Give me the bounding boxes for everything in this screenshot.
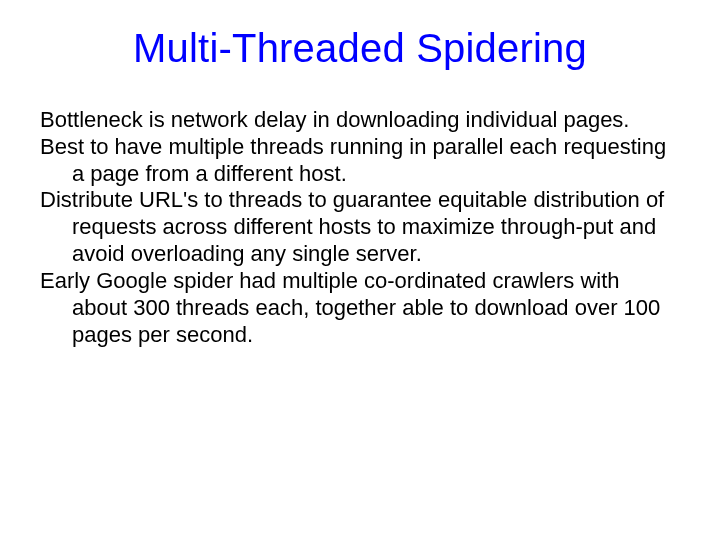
slide-body: Bottleneck is network delay in downloadi… <box>40 107 680 348</box>
paragraph: Bottleneck is network delay in downloadi… <box>40 107 680 134</box>
slide-title: Multi-Threaded Spidering <box>40 26 680 71</box>
paragraph: Distribute URL's to threads to guarantee… <box>40 187 680 267</box>
paragraph: Best to have multiple threads running in… <box>40 134 680 188</box>
slide: Multi-Threaded Spidering Bottleneck is n… <box>0 0 720 540</box>
paragraph: Early Google spider had multiple co-ordi… <box>40 268 680 348</box>
